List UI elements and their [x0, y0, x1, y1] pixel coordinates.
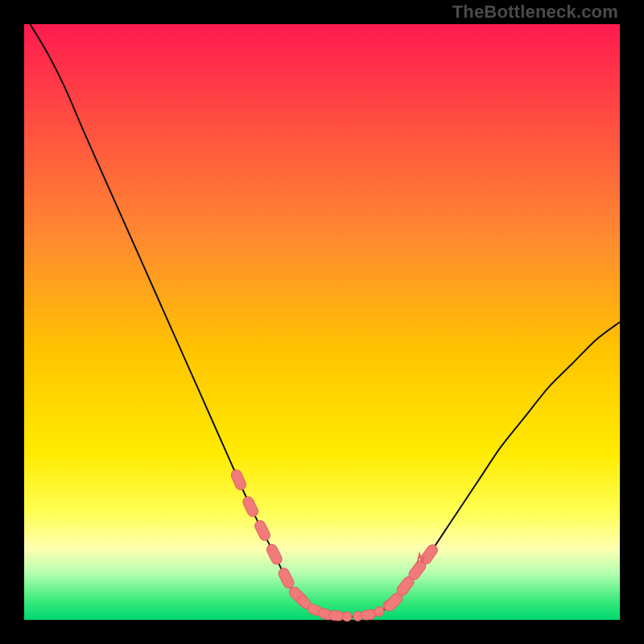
plot-area [24, 24, 620, 620]
bottleneck-curve-path [30, 24, 620, 617]
curve-marker [277, 567, 295, 590]
curve-marker [242, 495, 260, 518]
curve-marker [229, 469, 247, 492]
svg-rect-10 [361, 609, 376, 621]
svg-rect-4 [277, 567, 295, 590]
marker-group [229, 469, 440, 621]
curve-marker [328, 610, 344, 621]
svg-rect-1 [242, 495, 260, 518]
curve-marker [253, 518, 271, 542]
watermark-text: TheBottleneck.com [452, 2, 618, 23]
curve-marker [361, 609, 376, 621]
curve-marker [265, 543, 283, 566]
svg-rect-9 [328, 610, 344, 621]
svg-rect-0 [229, 469, 247, 492]
curve-marker-dot [342, 612, 352, 621]
svg-rect-3 [265, 543, 283, 566]
curve-marker-dot [374, 607, 384, 617]
svg-rect-2 [253, 518, 271, 542]
chart-frame: TheBottleneck.com [0, 0, 644, 644]
curve-svg [24, 24, 620, 620]
